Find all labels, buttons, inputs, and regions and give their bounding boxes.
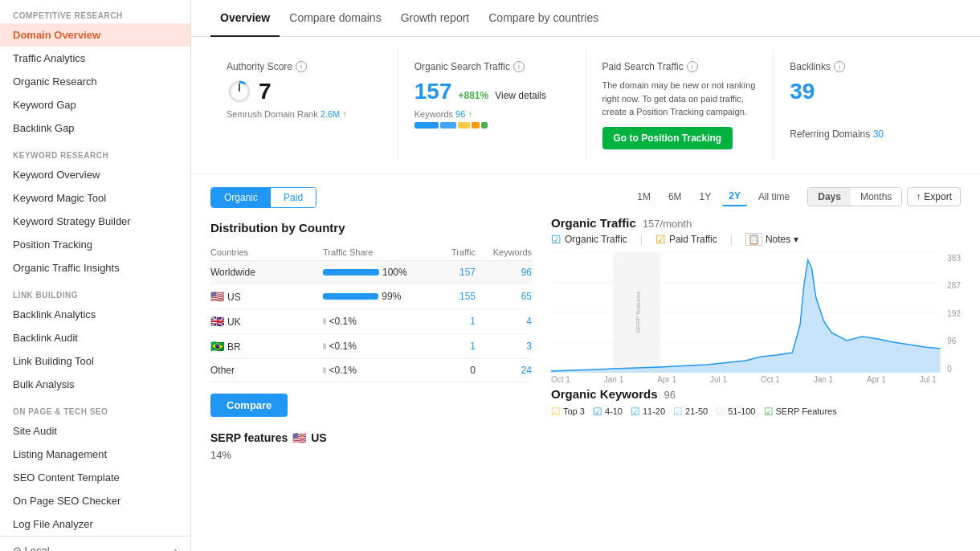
sidebar-item-link-building-tool[interactable]: Link Building Tool xyxy=(0,349,190,373)
chart-y-labels: 383287192960 xyxy=(947,252,961,375)
paid-toggle-btn[interactable]: Paid xyxy=(271,188,316,207)
legend-sep: | xyxy=(730,234,733,245)
sidebar-item-keyword-overview[interactable]: Keyword Overview xyxy=(0,163,190,186)
sidebar-item-backlink-gap[interactable]: Backlink Gap xyxy=(0,116,190,140)
sidebar-item-backlink-analytics[interactable]: Backlink Analytics xyxy=(0,303,190,326)
traffic-bar-2: <0.1% xyxy=(323,316,419,327)
time-btn-2y[interactable]: 2Y xyxy=(722,187,747,206)
keywords-val-2: 4 xyxy=(476,316,532,327)
organic-toggle-btn[interactable]: Organic xyxy=(211,188,271,207)
y-label: 0 xyxy=(947,365,961,373)
traffic-share-4: <0.1% xyxy=(329,365,357,376)
kw-legend-21-50[interactable]: ☑ 21-50 xyxy=(673,406,708,418)
kw-legend-serp-features[interactable]: ☑ SERP Features xyxy=(764,406,837,418)
authority-score-title: Authority Score i xyxy=(227,61,382,72)
tab-growth-report[interactable]: Growth report xyxy=(391,0,480,37)
sidebar-item-traffic-analytics[interactable]: Traffic Analytics xyxy=(0,47,190,70)
compare-button[interactable]: Compare xyxy=(210,394,288,417)
kw-legend-label-4-10: 4-10 xyxy=(605,406,623,416)
bar-fill-1 xyxy=(323,293,378,300)
time-btn-1m[interactable]: 1M xyxy=(631,188,657,206)
paid-search-info[interactable]: i xyxy=(687,61,698,72)
legend-item-notes[interactable]: 📋Notes▾ xyxy=(745,233,798,246)
traffic-val-1: 155 xyxy=(419,291,476,302)
view-btn-days[interactable]: Days xyxy=(808,188,851,206)
backlinks-title: Backlinks i xyxy=(790,61,945,72)
rank-arrow: ↑ xyxy=(342,109,347,119)
kw-check-21-50: ☑ xyxy=(673,406,683,418)
view-details-link[interactable]: View details xyxy=(495,90,546,101)
sidebar-item-backlink-audit[interactable]: Backlink Audit xyxy=(0,326,190,349)
authority-score-card: Authority Score i 7 Semrush Domain Rank … xyxy=(210,50,398,161)
sidebar-item-domain-overview[interactable]: Domain Overview xyxy=(0,23,190,47)
country-row-4[interactable]: Other <0.1% 0 24 xyxy=(210,359,532,382)
y-label: 287 xyxy=(947,281,961,290)
keywords-val-0: 96 xyxy=(476,267,532,278)
backlinks-info[interactable]: i xyxy=(834,61,845,72)
backlinks-card: Backlinks i 39 Referring Domains 30 xyxy=(774,50,961,161)
bar-fill-0 xyxy=(323,269,379,276)
sidebar-item-keyword-gap[interactable]: Keyword Gap xyxy=(0,93,190,116)
referring-domains-link[interactable]: 30 xyxy=(873,129,884,140)
sidebar-item-seo-content-template[interactable]: SEO Content Template xyxy=(0,466,190,489)
tab-overview[interactable]: Overview xyxy=(210,0,280,37)
kbar-lblue xyxy=(440,122,456,129)
country-row-1[interactable]: 🇺🇸US 99% 155 65 xyxy=(210,284,532,309)
tab-compare-domains[interactable]: Compare domains xyxy=(280,0,390,37)
legend-item-paid-traffic[interactable]: ☑Paid Traffic xyxy=(655,233,717,246)
view-toggle: DaysMonths xyxy=(807,187,902,206)
kw-legend-4-10[interactable]: ☑ 4-10 xyxy=(593,406,623,418)
kw-check-51-100: ☑ xyxy=(716,406,725,418)
tabs-bar: OverviewCompare domainsGrowth reportComp… xyxy=(191,0,980,37)
sidebar-item-organic-traffic-insights[interactable]: Organic Traffic Insights xyxy=(0,256,190,280)
col-keywords: Keywords xyxy=(476,247,532,257)
legend-label-notes: Notes xyxy=(766,234,790,245)
country-row-0[interactable]: Worldwide 100% 157 96 xyxy=(210,261,532,284)
export-button[interactable]: ↑ Export xyxy=(907,187,961,206)
sidebar-item-position-tracking[interactable]: Position Tracking xyxy=(0,233,190,256)
bar-fill-3 xyxy=(323,343,326,349)
sidebar-footer[interactable]: ⊙ Local› xyxy=(0,536,190,551)
kw-check-top3: ☑ xyxy=(551,406,561,418)
country-row-2[interactable]: 🇬🇧UK <0.1% 1 4 xyxy=(210,309,532,334)
kbar-blue xyxy=(414,122,439,129)
authority-score-info[interactable]: i xyxy=(296,61,307,72)
sidebar-item-organic-research[interactable]: Organic Research xyxy=(0,70,190,93)
sidebar-item-log-file-analyzer[interactable]: Log File Analyzer xyxy=(0,512,190,536)
keywords-bar xyxy=(414,122,570,129)
traffic-val-0: 157 xyxy=(419,267,476,278)
local-label: ⊙ Local xyxy=(13,545,50,551)
x-label: Jan 1 xyxy=(814,375,833,384)
time-btn-6m[interactable]: 6M xyxy=(662,188,688,206)
organic-keywords-title: Organic Keywords 96 xyxy=(551,387,961,401)
col-traffic: Traffic xyxy=(419,247,476,257)
x-label: Jul 1 xyxy=(710,375,727,384)
kw-legend-top3[interactable]: ☑ Top 3 xyxy=(551,406,585,418)
sidebar-item-keyword-strategy-builder[interactable]: Keyword Strategy Builder xyxy=(0,210,190,233)
organic-traffic-value: 157/month xyxy=(643,218,692,230)
sidebar-item-on-page-seo-checker[interactable]: On Page SEO Checker xyxy=(0,489,190,512)
sidebar-item-site-audit[interactable]: Site Audit xyxy=(0,419,190,443)
organic-traffic-chart: SERP features xyxy=(551,252,941,373)
sidebar-item-bulk-analysis[interactable]: Bulk Analysis xyxy=(0,373,190,396)
kw-legend-label-top3: Top 3 xyxy=(563,406,585,416)
tab-compare-by-countries[interactable]: Compare by countries xyxy=(479,0,608,37)
keywords-count-link[interactable]: 96 xyxy=(455,109,465,119)
view-btn-months[interactable]: Months xyxy=(851,188,901,206)
traffic-bar-0: 100% xyxy=(323,267,419,278)
chart-wrapper: SERP features383287192960 xyxy=(551,252,961,375)
kw-legend-51-100[interactable]: ☑ 51-100 xyxy=(716,406,755,418)
country-row-3[interactable]: 🇧🇷BR <0.1% 1 3 xyxy=(210,334,532,359)
domain-rank-link[interactable]: 2.6M xyxy=(321,109,340,119)
referring-domains: Referring Domains 30 xyxy=(790,129,945,140)
go-to-position-tracking-button[interactable]: Go to Position Tracking xyxy=(602,127,733,149)
organic-search-info[interactable]: i xyxy=(513,61,525,72)
sidebar-item-listing-management[interactable]: Listing Management xyxy=(0,443,190,466)
traffic-val-2: 1 xyxy=(419,316,476,327)
time-btn-1y[interactable]: 1Y xyxy=(693,188,718,206)
sidebar-section-label: COMPETITIVE RESEARCH xyxy=(0,0,190,23)
legend-item-organic-traffic[interactable]: ☑Organic Traffic xyxy=(551,233,627,246)
kw-legend-11-20[interactable]: ☑ 11-20 xyxy=(631,406,665,418)
time-btn-all-time[interactable]: All time xyxy=(752,188,796,206)
sidebar-item-keyword-magic-tool[interactable]: Keyword Magic Tool xyxy=(0,186,190,210)
